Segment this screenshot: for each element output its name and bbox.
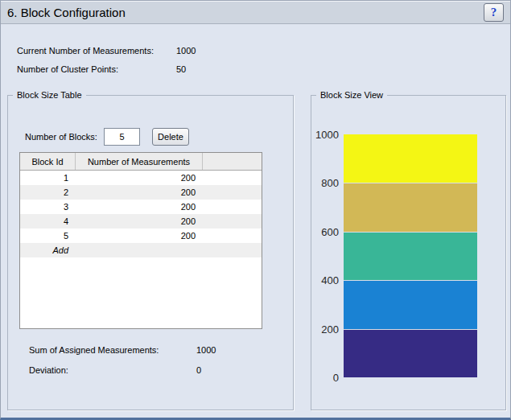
cell-measurements[interactable]: 200 (76, 216, 203, 226)
bar-segment-block-2 (344, 280, 477, 328)
sum-value: 1000 (196, 345, 216, 355)
table-row[interactable]: 3200 (20, 200, 262, 214)
cell-block-id[interactable]: 5 (20, 231, 76, 241)
column-header-number-of-measurements: Number of Measurements (76, 153, 203, 170)
cell-measurements[interactable]: 200 (76, 173, 203, 183)
current-measurements-value: 1000 (176, 46, 196, 56)
table-row[interactable]: 1200 (20, 171, 262, 185)
y-tick-label: 600 (321, 225, 339, 237)
y-tick-label: 0 (333, 372, 339, 384)
y-tick-label: 400 (321, 274, 339, 286)
current-measurements-label: Current Number of Measurements: (17, 46, 154, 56)
help-button[interactable]: ? (484, 3, 504, 22)
delete-button-label: Delete (158, 132, 183, 142)
y-axis-ticks: 02004006008001000 (311, 134, 339, 377)
block-size-table[interactable]: Block IdNumber of Measurements 120022003… (19, 152, 262, 329)
bar-segment-block-3 (344, 232, 477, 280)
bar-segment-block-4 (344, 183, 477, 231)
question-mark-icon: ? (491, 6, 497, 19)
y-tick-label: 200 (321, 323, 339, 335)
add-row-label[interactable]: Add (20, 245, 76, 255)
deviation-value: 0 (196, 365, 201, 375)
cell-measurements[interactable]: 200 (76, 202, 203, 212)
table-row[interactable]: 5200 (20, 229, 262, 243)
bar-segment-block-5 (344, 134, 477, 183)
cell-measurements[interactable]: 200 (76, 231, 203, 241)
table-add-row[interactable]: Add (20, 243, 262, 257)
cell-block-id[interactable]: 3 (20, 202, 76, 212)
block-configuration-dialog: 6. Block Configuration ? Current Number … (0, 0, 511, 420)
title-bar: 6. Block Configuration (1, 1, 510, 24)
cluster-points-label: Number of Cluster Points: (17, 64, 118, 74)
cluster-points-value: 50 (176, 64, 186, 74)
cell-measurements[interactable]: 200 (76, 187, 203, 197)
page-title: 6. Block Configuration (7, 6, 126, 19)
y-tick-label: 800 (321, 177, 339, 189)
column-header-block-id: Block Id (20, 153, 76, 170)
column-header-empty (203, 153, 262, 170)
block-size-view-panel-title: Block Size View (316, 90, 387, 100)
delete-button[interactable]: Delete (152, 128, 189, 146)
number-of-blocks-input[interactable] (104, 128, 140, 146)
cell-block-id[interactable]: 4 (20, 216, 76, 226)
bar-segment-block-1 (344, 329, 477, 377)
bar-stack (344, 134, 477, 377)
block-size-table-panel-title: Block Size Table (13, 90, 86, 100)
deviation-label: Deviation: (29, 365, 68, 375)
table-row[interactable]: 4200 (20, 214, 262, 229)
cell-block-id[interactable]: 1 (20, 173, 76, 183)
table-rows: 12002200320042005200 (20, 171, 262, 243)
table-header: Block IdNumber of Measurements (20, 153, 262, 171)
sum-label: Sum of Assigned Measurements: (29, 345, 159, 355)
table-row[interactable]: 2200 (20, 185, 262, 200)
y-tick-label: 1000 (315, 129, 339, 141)
number-of-blocks-label: Number of Blocks: (25, 132, 97, 142)
cell-block-id[interactable]: 2 (20, 187, 76, 197)
